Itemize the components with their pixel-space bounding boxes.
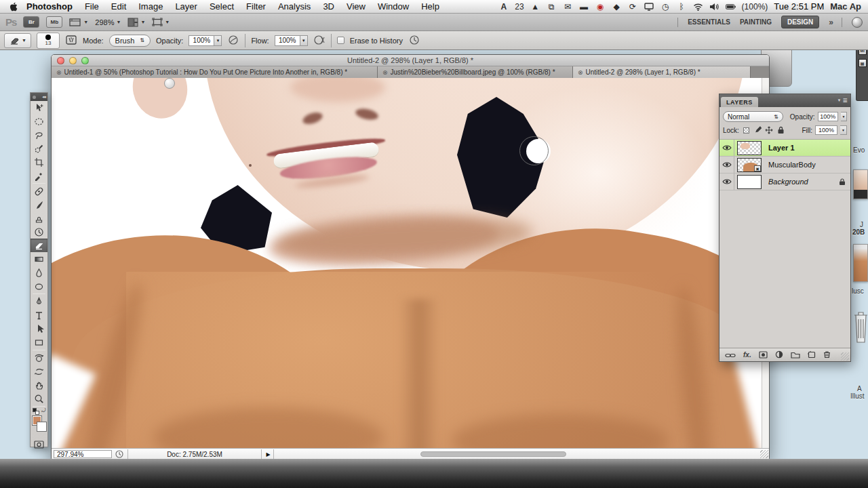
tab-untitled-2[interactable]: ⊗ Untitled-2 @ 298% (Layer 1, RGB/8) * xyxy=(573,66,751,78)
lock-transparency-icon[interactable] xyxy=(742,126,751,135)
desktop-file-label[interactable]: lusc xyxy=(852,287,864,295)
workspace-painting[interactable]: PAINTING xyxy=(740,18,772,26)
close-tab-icon[interactable]: ⊗ xyxy=(56,69,62,76)
history-brush-tool-button[interactable] xyxy=(31,225,47,239)
panel-resize-grip[interactable] xyxy=(841,352,849,361)
adobe-updates-icon[interactable]: A xyxy=(498,1,509,12)
bluetooth-icon[interactable]: ᛒ xyxy=(677,1,687,12)
collapse-panel-icon[interactable]: ◂◂ xyxy=(42,94,45,100)
background-color-swatch[interactable] xyxy=(37,422,47,432)
battery-icon[interactable] xyxy=(726,1,736,12)
evernote-icon[interactable]: ◆ xyxy=(612,1,622,12)
desktop-trash-icon[interactable] xyxy=(854,308,868,346)
menu-filter[interactable]: Filter xyxy=(240,1,272,12)
window-resize-grip[interactable] xyxy=(760,450,768,458)
layer-visibility-toggle[interactable] xyxy=(719,140,734,156)
launch-minibridge-button[interactable]: Mb xyxy=(46,16,62,28)
desktop-file-label[interactable]: A xyxy=(857,385,862,392)
brush-preset-picker[interactable]: 13 xyxy=(37,33,60,49)
menu-file[interactable]: File xyxy=(79,1,105,12)
layer-name[interactable]: MuscularBody xyxy=(764,161,850,169)
3d-rotate-tool-button[interactable] xyxy=(31,351,47,365)
lock-pixels-icon[interactable] xyxy=(753,126,762,135)
menu-view[interactable]: View xyxy=(340,1,372,12)
lasso-tool-button[interactable] xyxy=(31,128,47,142)
hand-tool-button[interactable] xyxy=(31,378,47,392)
layer-thumbnail[interactable] xyxy=(734,141,764,155)
pen-tool-button[interactable] xyxy=(31,295,47,308)
layers-fill-slider-button[interactable]: ▼ xyxy=(840,125,847,135)
horizontal-scrollbar-thumb[interactable] xyxy=(420,451,566,457)
toggle-brush-panel-button[interactable] xyxy=(65,35,77,47)
menu-edit[interactable]: Edit xyxy=(105,1,132,12)
zoom-tool-button[interactable] xyxy=(31,392,47,405)
minimize-window-button[interactable] xyxy=(69,57,77,64)
erase-to-history-checkbox[interactable] xyxy=(337,37,344,44)
swap-colors-icon[interactable]: ⤾ xyxy=(41,407,46,414)
opacity-slider-button[interactable]: ▼ xyxy=(214,35,222,46)
window-switcher-icon[interactable]: ⧉ xyxy=(547,1,557,12)
menu-analysis[interactable]: Analysis xyxy=(272,1,317,12)
layers-panel-header[interactable]: LAYERS ▼≣ xyxy=(719,94,850,107)
path-selection-tool-button[interactable] xyxy=(31,322,47,336)
workspace-overflow-chevron[interactable]: » xyxy=(829,18,832,27)
canvas[interactable] xyxy=(52,78,769,448)
new-layer-icon[interactable] xyxy=(808,349,816,361)
time-machine-icon[interactable]: ◷ xyxy=(660,1,671,12)
workspace-design[interactable]: DESIGN xyxy=(781,16,819,28)
layers-fill-input[interactable]: 100% xyxy=(815,125,837,135)
quick-mask-button[interactable] xyxy=(31,439,47,451)
desktop-file-label[interactable]: 20B xyxy=(852,228,865,236)
menu-image[interactable]: Image xyxy=(132,1,169,12)
layers-opacity-slider-button[interactable]: ▼ xyxy=(841,112,847,121)
layer-thumbnail[interactable]: ▣ xyxy=(734,158,764,172)
lock-position-icon[interactable] xyxy=(765,126,774,135)
frontmost-app-name[interactable]: Mac Ap xyxy=(830,1,861,12)
3d-orbit-tool-button[interactable] xyxy=(31,365,47,378)
opacity-input[interactable]: 100% xyxy=(189,35,214,46)
arrange-documents-dropdown[interactable]: ▼ xyxy=(127,18,145,27)
marquee-tool-button[interactable] xyxy=(31,115,47,128)
panel-menu-icon[interactable]: ▼≣ xyxy=(837,97,848,104)
apple-menu[interactable] xyxy=(7,2,20,12)
layer-name[interactable]: Layer 1 xyxy=(764,144,850,152)
record-app-icon[interactable]: ◉ xyxy=(595,1,606,12)
mode-select[interactable]: Brush ⇅ xyxy=(109,35,151,47)
spot-healing-tool-button[interactable] xyxy=(31,184,47,198)
move-tool-button[interactable] xyxy=(31,101,47,115)
layer-style-icon[interactable]: fx. xyxy=(743,351,751,359)
close-tab-icon[interactable]: ⊗ xyxy=(382,69,388,76)
tools-panel-header[interactable]: ◂◂ xyxy=(31,93,47,101)
menu-bar-clock[interactable]: Tue 2:51 PM xyxy=(774,1,824,12)
history-airbrush-icon[interactable] xyxy=(408,35,420,47)
zoom-level-dropdown[interactable]: 298% ▼ xyxy=(95,18,121,26)
screen-mode-dropdown[interactable]: ▼ xyxy=(152,18,170,26)
layer-name[interactable]: Background xyxy=(764,178,834,186)
new-group-icon[interactable] xyxy=(791,349,800,361)
flow-input[interactable]: 100% xyxy=(275,35,300,46)
screen-capture-icon[interactable]: ▬ xyxy=(579,1,589,12)
add-layer-mask-icon[interactable] xyxy=(759,349,768,361)
desktop-file-label[interactable]: Illust xyxy=(850,392,865,400)
brush-tool-button[interactable] xyxy=(31,198,47,211)
layer-visibility-toggle[interactable] xyxy=(719,174,734,190)
eraser-tool-button[interactable] xyxy=(31,239,47,252)
menu-3d[interactable]: 3D xyxy=(317,1,340,12)
blend-mode-select[interactable]: Normal ⇅ xyxy=(723,111,783,122)
tablet-opacity-icon[interactable] xyxy=(227,35,239,47)
close-window-button[interactable] xyxy=(57,57,64,64)
menu-help[interactable]: Help xyxy=(415,1,446,12)
layer-thumbnail[interactable] xyxy=(734,175,764,189)
tab-untitled-1[interactable]: ⊗ Untitled-1 @ 50% (Photoshop Tutorial :… xyxy=(52,66,378,78)
link-layers-icon[interactable] xyxy=(725,349,736,361)
mail-icon[interactable]: ✉ xyxy=(563,1,573,12)
desktop-file-thumbnail[interactable] xyxy=(853,169,868,199)
adjustment-layer-icon[interactable] xyxy=(775,349,783,361)
docked-panel-fragment[interactable]: Mi ▤ xyxy=(856,43,868,101)
wifi-icon[interactable] xyxy=(693,1,703,12)
display-icon[interactable] xyxy=(644,1,654,12)
desktop-file-label[interactable]: J xyxy=(860,221,863,228)
tab-justin-bieber-billboard[interactable]: ⊗ Justin%20Bieber%20Billboard.jpeg @ 100… xyxy=(378,66,573,78)
sync-icon[interactable]: ⟳ xyxy=(628,1,638,12)
menu-layer[interactable]: Layer xyxy=(169,1,203,12)
